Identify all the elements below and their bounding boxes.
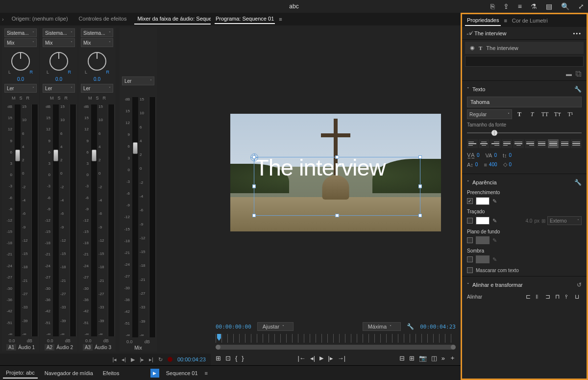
- stroke-checkbox[interactable]: [467, 218, 473, 224]
- wrench-icon[interactable]: 🔧: [574, 179, 582, 186]
- other-value[interactable]: 0: [509, 162, 512, 167]
- section-appearance-header[interactable]: ˅ Aparência 🔧: [462, 176, 587, 189]
- fullscreen-icon[interactable]: ⤢: [578, 2, 584, 10]
- eyedropper-icon[interactable]: ✎: [492, 256, 497, 263]
- justify-right-button[interactable]: [525, 139, 536, 148]
- step-back-icon[interactable]: ◂|: [310, 355, 315, 362]
- align-vcenter-icon[interactable]: ⫯: [565, 293, 572, 300]
- add-stroke-icon[interactable]: ⊞: [541, 218, 545, 224]
- goto-in-icon[interactable]: |◂: [112, 356, 117, 363]
- fader[interactable]: [91, 104, 97, 336]
- pan-value[interactable]: 0.0: [17, 76, 24, 82]
- add-button-icon[interactable]: ＋: [449, 354, 456, 362]
- fader[interactable]: [53, 104, 59, 336]
- tab-program[interactable]: Programa: Sequence 01: [215, 14, 275, 24]
- compare-icon[interactable]: ◫: [431, 355, 437, 362]
- background-checkbox[interactable]: [467, 237, 473, 243]
- tab-properties[interactable]: Propriedades: [465, 15, 501, 26]
- pan-knob[interactable]: LR: [8, 50, 33, 75]
- eyedropper-icon[interactable]: ✎: [492, 198, 497, 204]
- export-frame-icon[interactable]: 📷: [419, 355, 427, 362]
- step-fwd-icon[interactable]: |▸: [140, 356, 144, 363]
- leading-value[interactable]: 0: [475, 162, 478, 167]
- kerning-value[interactable]: 0: [494, 152, 497, 158]
- automation-dropdown[interactable]: Ler˅: [4, 84, 37, 93]
- align-hcenter-icon[interactable]: ⫴: [536, 293, 542, 300]
- goto-out-icon[interactable]: ▸|: [149, 356, 153, 363]
- pan-knob[interactable]: LR: [47, 50, 71, 75]
- background-swatch[interactable]: [476, 236, 490, 244]
- pan-knob[interactable]: LR: [85, 50, 109, 75]
- record-icon[interactable]: [168, 357, 172, 362]
- bold-button[interactable]: T: [514, 109, 525, 119]
- shadow-checkbox[interactable]: [467, 256, 473, 262]
- sequence-play-icon[interactable]: ▶: [150, 369, 159, 378]
- settings-icon[interactable]: 🔧: [407, 323, 414, 330]
- text-layer-row[interactable]: ◉ T The interview: [465, 42, 584, 54]
- text-middle-button[interactable]: [560, 139, 570, 148]
- font-style-dropdown[interactable]: Regular˅: [467, 109, 512, 119]
- goto-out-icon[interactable]: →|: [338, 355, 345, 362]
- baseline-value[interactable]: 0: [509, 152, 512, 158]
- automation-dropdown[interactable]: Ler˅: [43, 84, 75, 93]
- tab-media-browser[interactable]: Navegador de mídia: [42, 368, 96, 378]
- marker-icon[interactable]: ⊡: [225, 355, 231, 362]
- automation-dropdown[interactable]: Ler˅: [122, 76, 154, 85]
- mark-out-icon[interactable]: }: [242, 355, 244, 362]
- output-dropdown[interactable]: Mix˅: [43, 38, 75, 47]
- reset-icon[interactable]: ↺: [577, 281, 582, 288]
- smallcaps-button[interactable]: Tᴛ: [552, 109, 563, 119]
- text-top-button[interactable]: [548, 139, 559, 148]
- wrench-icon[interactable]: 🔧: [574, 86, 582, 93]
- tsume-value[interactable]: 400: [489, 162, 497, 167]
- text-bottom-button[interactable]: [571, 139, 582, 148]
- zoom-dropdown[interactable]: Ajustar˅: [257, 322, 294, 331]
- fader[interactable]: [15, 104, 21, 336]
- timecode-out[interactable]: 00:00:04:23: [420, 324, 456, 330]
- stroke-width[interactable]: 4.0: [526, 218, 533, 224]
- section-text-header[interactable]: ˅ Texto 🔧: [462, 83, 587, 96]
- superscript-button[interactable]: T¹: [565, 109, 576, 119]
- tab-sequence[interactable]: Sequence 01: [163, 368, 201, 378]
- stroke-swatch[interactable]: [476, 217, 490, 225]
- visibility-icon[interactable]: ◉: [470, 45, 475, 51]
- name-input[interactable]: [465, 56, 584, 67]
- input-dropdown[interactable]: Sistema...˅: [43, 28, 75, 37]
- play-icon[interactable]: ▶: [131, 356, 135, 363]
- shadow-swatch[interactable]: [476, 255, 490, 263]
- stroke-position-dropdown[interactable]: Externo˅: [547, 216, 582, 225]
- timecode-in[interactable]: 00:00:00:00: [216, 324, 251, 330]
- tab-effects[interactable]: Efeitos: [100, 368, 122, 378]
- font-family-dropdown[interactable]: Tahoma: [467, 97, 582, 107]
- mark-in-icon[interactable]: {: [235, 355, 237, 362]
- workspace-icon[interactable]: ⎘: [490, 2, 494, 10]
- step-fwd-icon[interactable]: |▸: [328, 355, 333, 362]
- input-dropdown[interactable]: Sistema...˅: [4, 28, 37, 37]
- align-bottom-edges-icon[interactable]: ⊔: [575, 293, 582, 300]
- text-selection-box[interactable]: [254, 157, 420, 216]
- panel-menu-icon[interactable]: ≡: [205, 370, 208, 376]
- section-align-header[interactable]: ˅ Alinhar e transformar ↺: [462, 279, 587, 291]
- justify-all-button[interactable]: [537, 139, 547, 148]
- loop-icon[interactable]: ↻: [158, 356, 163, 363]
- program-scrollbar[interactable]: [216, 345, 456, 350]
- search-icon[interactable]: 🔍: [561, 2, 569, 10]
- panel-menu-icon[interactable]: ≡: [279, 16, 282, 22]
- align-left-edges-icon[interactable]: ⊏: [526, 293, 533, 300]
- align-right-edges-icon[interactable]: ⊐: [545, 293, 552, 300]
- input-dropdown[interactable]: Sistema...˅: [81, 28, 113, 37]
- more-icon[interactable]: »: [441, 355, 445, 362]
- eyedropper-icon[interactable]: ✎: [492, 218, 497, 224]
- font-size-slider[interactable]: [467, 129, 582, 136]
- fader[interactable]: [132, 97, 138, 337]
- fill-checkbox[interactable]: [467, 198, 473, 204]
- quality-dropdown[interactable]: Máxima˅: [363, 322, 401, 331]
- tab-effect-controls[interactable]: Controles de efeitos: [76, 14, 130, 25]
- automation-dropdown[interactable]: Ler˅: [81, 84, 113, 93]
- program-viewer[interactable]: The interview: [211, 25, 461, 319]
- arrow-icon[interactable]: ›: [2, 16, 4, 22]
- comments-icon[interactable]: ▤: [546, 2, 552, 10]
- panel-menu-icon[interactable]: ≡: [504, 18, 507, 24]
- tab-project[interactable]: Projeto: abc: [3, 368, 38, 379]
- tab-lumetri[interactable]: Cor de Lumetri: [510, 16, 550, 25]
